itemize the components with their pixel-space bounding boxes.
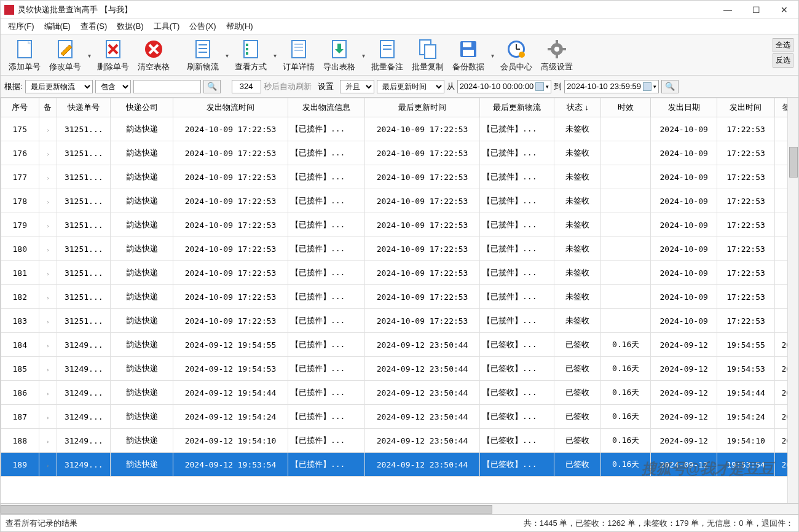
column-header[interactable]: 发出时间 [717, 98, 774, 117]
filter-field2-select[interactable]: 最后更新时间 [377, 80, 444, 93]
column-header[interactable]: 发出物流信息 [288, 98, 364, 117]
column-header[interactable]: 快递单号 [57, 98, 111, 117]
table-cell: 31249... [57, 333, 111, 357]
table-row[interactable]: 175›31251...韵达快递2024-10-09 17:22:53【已揽件】… [1, 117, 798, 141]
menu-edit[interactable]: 编辑(E) [41, 20, 74, 33]
export-button[interactable]: 导出表格 [319, 37, 360, 74]
table-row[interactable]: 189›31249...韵达快递2024-09-12 19:53:54【已揽件】… [1, 453, 798, 477]
add-button[interactable]: 添加单号 [4, 37, 45, 74]
clear-button[interactable]: 清空表格 [133, 37, 174, 74]
table-cell: 31251... [57, 237, 111, 261]
table-row[interactable]: 187›31249...韵达快递2024-09-12 19:54:24【已揽件】… [1, 405, 798, 429]
column-header[interactable]: 快递公司 [111, 98, 173, 117]
export-dropdown[interactable]: ▾ [360, 52, 367, 59]
table-cell: 184 [1, 333, 39, 357]
column-header[interactable]: 发出日期 [651, 98, 717, 117]
invert-select-button[interactable]: 反选 [773, 53, 793, 68]
table-row[interactable]: 181›31251...韵达快递2024-10-09 17:22:53【已揽件】… [1, 261, 798, 285]
backup-dropdown[interactable]: ▾ [489, 52, 496, 59]
table-cell [601, 285, 651, 309]
table-row[interactable]: 177›31251...韵达快递2024-10-09 17:22:53【已揽件】… [1, 165, 798, 189]
menu-data[interactable]: 数据(B) [113, 20, 147, 33]
autorefresh-label: 秒后自动刷新 [264, 81, 312, 92]
table-row[interactable]: 178›31251...韵达快递2024-10-09 17:22:53【已揽件】… [1, 189, 798, 213]
column-header[interactable]: 时效 [601, 98, 651, 117]
table-cell: 17:22:53 [717, 261, 774, 285]
table-row[interactable]: 182›31251...韵达快递2024-10-09 17:22:53【已揽件】… [1, 285, 798, 309]
table-cell: 【已揽件】... [288, 429, 364, 453]
column-header[interactable]: 序号 [1, 98, 39, 117]
menu-program[interactable]: 程序(F) [4, 20, 38, 33]
filter-op-select[interactable]: 包含 [95, 80, 131, 93]
table-cell: 2024-10-09 17:22:53 [173, 165, 288, 189]
select-all-button[interactable]: 全选 [773, 38, 793, 52]
vertical-scrollbar[interactable] [787, 98, 798, 503]
table-cell: 189 [1, 453, 39, 477]
table-cell: 韵达快递 [111, 405, 173, 429]
date-to[interactable]: 2024-10-10 23:59:59▾ [564, 80, 659, 93]
search-button[interactable]: 🔍 [203, 80, 221, 93]
column-header[interactable]: 最后更新物流 [480, 98, 554, 117]
setting-link[interactable]: 设置 [314, 81, 337, 92]
delete-button[interactable]: 删除单号 [93, 37, 133, 74]
minimize-button[interactable]: — [714, 1, 742, 19]
calendar-icon [643, 82, 651, 91]
table-row[interactable]: 176›31251...韵达快递2024-10-09 17:22:53【已揽件】… [1, 141, 798, 165]
adv-button[interactable]: 高级设置 [537, 37, 577, 74]
table-cell: 2024-10-09 17:22:53 [365, 285, 480, 309]
table-cell: 2024-09-12 [651, 429, 717, 453]
app-icon [4, 5, 14, 15]
table-cell: 17:22:53 [717, 141, 774, 165]
column-header[interactable]: 备 [39, 98, 57, 117]
table-cell: 31251... [57, 165, 111, 189]
filter-logic-select[interactable]: 并且 [340, 80, 374, 93]
refresh-button[interactable]: 刷新物流 [183, 37, 223, 74]
maximize-button[interactable]: ☐ [742, 1, 770, 19]
adv-label: 高级设置 [541, 61, 573, 72]
svg-rect-24 [463, 50, 474, 56]
table-cell: 【已揽件】... [480, 165, 554, 189]
table-cell: 2024-09-12 19:54:24 [173, 405, 288, 429]
batchcopy-button[interactable]: 批量复制 [407, 37, 448, 74]
table-row[interactable]: 180›31251...韵达快递2024-10-09 17:22:53【已揽件】… [1, 237, 798, 261]
column-header[interactable]: 发出物流时间 [173, 98, 288, 117]
refresh-dropdown[interactable]: ▾ [223, 52, 230, 59]
table-row[interactable]: 179›31251...韵达快递2024-10-09 17:22:53【已揽件】… [1, 213, 798, 237]
view-button[interactable]: 查看方式 [230, 37, 271, 74]
backup-button[interactable]: 备份数据 [448, 37, 489, 74]
table-cell: 31251... [57, 309, 111, 333]
batchnote-button[interactable]: 批量备注 [367, 37, 407, 74]
view-dropdown[interactable]: ▾ [271, 52, 278, 59]
horizontal-scrollbar[interactable] [1, 503, 798, 514]
table-row[interactable]: 188›31249...韵达快递2024-09-12 19:54:10【已揽件】… [1, 429, 798, 453]
table-cell: 31249... [57, 357, 111, 381]
edit-button[interactable]: 修改单号 [45, 37, 85, 74]
table-cell: 2024-10-09 [651, 285, 717, 309]
table-row[interactable]: 183›31251...韵达快递2024-10-09 17:22:53【已揽件】… [1, 309, 798, 333]
table-cell: 韵达快递 [111, 309, 173, 333]
menu-notice[interactable]: 公告(X) [186, 20, 219, 33]
export-label: 导出表格 [323, 61, 355, 72]
member-button[interactable]: 会员中心 [496, 37, 537, 74]
search-input[interactable] [133, 80, 201, 93]
date-search-button[interactable]: 🔍 [661, 80, 679, 93]
table-cell: 【已揽件】... [480, 117, 554, 141]
menu-help[interactable]: 帮助(H) [222, 20, 257, 33]
table-cell: 2024-10-09 17:22:53 [173, 261, 288, 285]
column-header[interactable]: 状态 ↓ [554, 98, 600, 117]
column-header[interactable]: 最后更新时间 [365, 98, 480, 117]
clear-label: 清空表格 [138, 61, 170, 72]
close-button[interactable]: ✕ [770, 1, 798, 19]
filter-field-select[interactable]: 最后更新物流 [25, 80, 93, 93]
edit-dropdown[interactable]: ▾ [85, 52, 93, 59]
date-from[interactable]: 2024-10-10 00:00:00▾ [457, 80, 552, 93]
table-cell: 2024-10-09 17:22:53 [365, 141, 480, 165]
save-icon [457, 38, 479, 60]
detail-button[interactable]: 订单详情 [278, 37, 319, 74]
table-row[interactable]: 186›31249...韵达快递2024-09-12 19:54:44【已揽件】… [1, 381, 798, 405]
menu-view[interactable]: 查看(S) [77, 20, 111, 33]
table-row[interactable]: 185›31249...韵达快递2024-09-12 19:54:53【已揽件】… [1, 357, 798, 381]
table-row[interactable]: 184›31249...韵达快递2024-09-12 19:54:55【已揽件】… [1, 333, 798, 357]
table-cell: 0.16天 [601, 429, 651, 453]
menu-tools[interactable]: 工具(T) [150, 20, 184, 33]
